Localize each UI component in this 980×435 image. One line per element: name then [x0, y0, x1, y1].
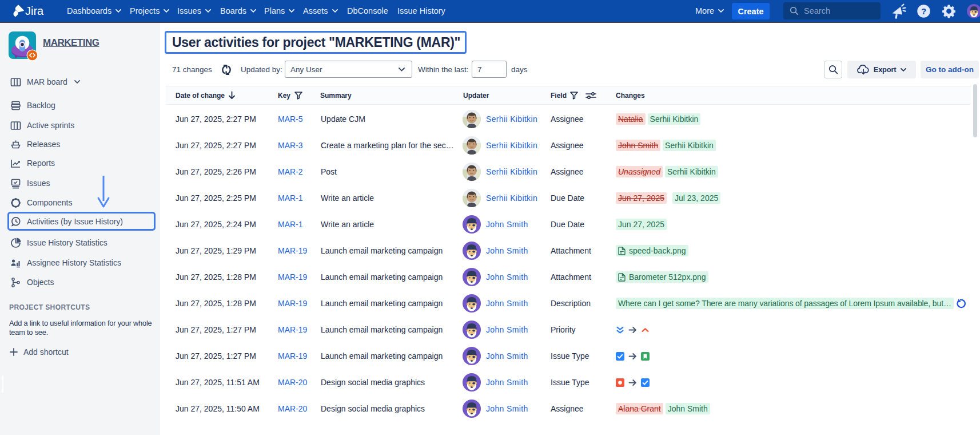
svg-text:?: ?	[921, 6, 926, 16]
